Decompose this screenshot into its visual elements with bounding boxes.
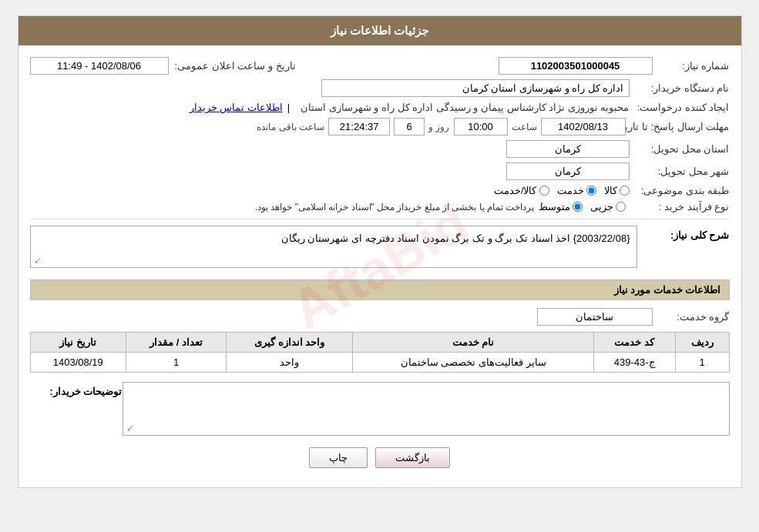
services-title: اطلاعات خدمات مورد نیاز [614,284,721,296]
deadline-time: 10:00 [454,118,508,136]
category-label-kala: کالا [604,185,617,196]
purchase-type-option-motevaset: متوسط [539,201,583,212]
category-label: طبقه بندی موضوعی: [630,185,730,196]
date-label: تاریخ و ساعت اعلان عمومی: [169,60,296,72]
deadline-remain: 21:24:37 [328,118,390,136]
category-radio-group: کالا خدمت کالا/خدمت [494,185,630,196]
deadline-label: مهلت ارسال پاسخ: تا تاریخ: [630,121,730,132]
description-box: {2003/22/08} اخذ اسناد تک برگ و تک برگ ن… [30,226,637,268]
deadline-remain-label: ساعت باقی مانده [257,122,324,132]
col-header-quantity: تعداد / مقدار [126,333,227,353]
cell-quantity: 1 [126,353,227,373]
category-radio-kala[interactable] [620,186,630,196]
deadline-time-label: ساعت [512,122,537,132]
divider-1 [30,219,730,219]
buyer-description-box [123,382,730,436]
services-section-header: اطلاعات خدمات مورد نیاز [30,279,730,300]
purchase-type-note: پرداخت تمام یا بخشی از مبلغ خریداز محل "… [255,202,535,212]
service-group-value: ساختمان [537,308,653,326]
content-area: شماره نیاز: 1102003501000045 تاریخ و ساع… [18,45,741,487]
col-header-service-name: نام خدمت [353,333,593,353]
buyer-description-label: توضیحات خریدار: [30,382,123,397]
col-header-row-num: ردیف [675,333,729,353]
cell-need-date: 1403/08/19 [30,353,126,373]
province-value: کرمان [506,140,630,158]
print-button[interactable]: چاپ [309,447,368,468]
province-label: استان محل تحویل: [630,143,730,155]
deadline-day: 6 [394,118,425,136]
table-row: 1 ج-43-439 سایر فعالیت‌های تخصصی ساختمان… [30,353,729,373]
cell-unit: واحد [227,353,353,373]
back-button[interactable]: بازگشت [375,447,450,468]
cell-row-num: 1 [675,353,729,373]
purchase-type-option-jozii: جزیی [590,201,626,212]
creator-label: ایجاد کننده درخواست: [630,102,730,113]
date-value: 1402/08/06 - 11:49 [30,57,169,75]
purchase-type-radio-motevaset[interactable] [573,202,583,212]
city-value: کرمان [506,162,630,180]
buyer-org-label: نام دستگاه خریدار: [630,82,730,94]
purchase-type-radio-group: جزیی متوسط [539,201,626,212]
col-header-need-date: تاریخ نیاز [30,333,126,353]
page-container: جزئیات اطلاعات نیاز شماره نیاز: 11020035… [18,15,742,488]
page-header: جزئیات اطلاعات نیاز [18,16,741,45]
city-label: شهر محل تحویل: [630,166,730,177]
category-radio-kala-khedmat[interactable] [539,186,549,196]
category-option-khedmat: خدمت [557,185,596,196]
description-content: {2003/22/08} اخذ اسناد تک برگ و تک برگ ن… [281,233,630,244]
category-option-kala-khedmat: کالا/خدمت [494,185,549,196]
creator-name: محبوبه نوروزی نژاد کارشناس پیمان و رسیدگ… [301,102,629,113]
buyer-description-row: توضیحات خریدار: [30,382,730,436]
category-radio-khedmat[interactable] [586,186,596,196]
cell-service-name: سایر فعالیت‌های تخصصی ساختمان [353,353,593,373]
buttons-row: بازگشت چاپ [30,436,730,476]
cell-service-code: ج-43-439 [593,353,675,373]
purchase-type-label-jozii: جزیی [590,201,613,212]
col-header-service-code: کد خدمت [593,333,675,353]
service-group-label: گروه خدمت: [653,311,730,323]
announcement-number-label: شماره نیاز: [653,60,730,72]
services-table: ردیف کد خدمت نام خدمت واحد اندازه گیری ت… [30,332,730,373]
deadline-day-label: روز و [428,122,449,132]
buyer-org-value: اداره کل راه و شهرسازی استان کرمان [321,79,630,97]
description-label: شرح کلی نیاز: [637,226,730,241]
page-title: جزئیات اطلاعات نیاز [331,24,428,37]
deadline-date: 1402/08/13 [541,118,626,136]
col-header-unit: واحد اندازه گیری [227,333,353,353]
purchase-type-label: نوع فرآیند خرید : [630,201,730,212]
announcement-number-value: 1102003501000045 [499,57,653,75]
purchase-type-label-motevaset: متوسط [539,201,570,212]
purchase-type-radio-jozii[interactable] [616,202,626,212]
creator-link[interactable]: اطلاعات تماس خریدار [190,102,283,113]
category-label-kala-khedmat: کالا/خدمت [494,185,537,196]
category-option-kala: کالا [604,185,630,196]
category-label-khedmat: خدمت [557,185,584,196]
